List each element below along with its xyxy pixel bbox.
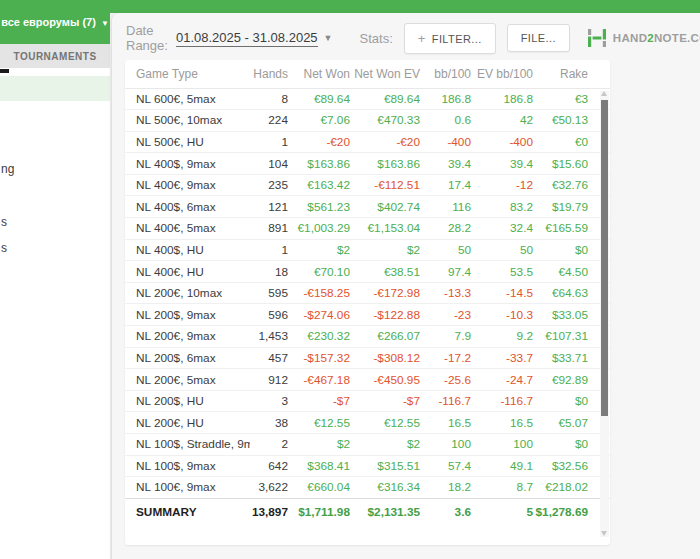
rake-cell: $32.56: [533, 455, 610, 477]
game-type-cell: NL 100€, 9max: [125, 477, 250, 499]
net-won-ev-cell: €12.55: [350, 412, 420, 434]
hands-cell: 1: [250, 239, 288, 261]
game-type-cell: NL 200€, 9max: [125, 326, 250, 348]
game-type-cell: NL 200$, 6max: [125, 347, 250, 369]
rake-cell: $0: [533, 434, 610, 456]
sidebar-partial-item[interactable]: s: [1, 215, 7, 229]
scrollbar-down-icon[interactable]: [601, 531, 607, 536]
scrollbar-thumb[interactable]: [601, 100, 608, 416]
net-won-ev-cell: -€20: [350, 131, 420, 153]
scrollbar-up-icon[interactable]: [601, 91, 607, 96]
table-row[interactable]: NL 400€, HU18€70.10€38.5197.453.5€4.50: [125, 261, 610, 283]
ev-bb-100-cell: 39.4: [471, 153, 533, 175]
table-row[interactable]: NL 600€, 5max8€89.64€89.64186.8186.8€3: [125, 88, 610, 110]
hands-cell: 235: [250, 174, 288, 196]
table-row[interactable]: NL 400€, 5max891€1,003.29€1,153.0428.232…: [125, 218, 610, 240]
column-header-rake[interactable]: Rake: [533, 60, 610, 88]
game-type-cell: NL 200€, 10max: [125, 282, 250, 304]
net-won-cell: $163.86: [288, 153, 350, 175]
bb-100-cell: -17.2: [420, 347, 471, 369]
sidebar-partial-item[interactable]: s: [1, 241, 7, 255]
bb-100-cell: -116.7: [420, 390, 471, 412]
net-won-ev-cell: -€450.95: [350, 369, 420, 391]
tab-tournaments[interactable]: TOURNAMENTS: [0, 44, 110, 68]
room-selector-dropdown[interactable]: все еврорумы (7) ▼: [0, 0, 110, 44]
table-row[interactable]: NL 500€, 10max224€7.06€470.330.642€50.13: [125, 110, 610, 132]
ev-bb-100-cell: -12: [471, 174, 533, 196]
rake-cell: €165.59: [533, 218, 610, 240]
bb-100-cell: 97.4: [420, 261, 471, 283]
sidebar-partial-item[interactable]: ng: [1, 162, 14, 176]
hand2note-logo[interactable]: HAND2NOTE.COM: [588, 29, 700, 47]
net-won-cell: €1,003.29: [288, 218, 350, 240]
ev-bb-100-cell: -400: [471, 131, 533, 153]
bb-100-cell: 28.2: [420, 218, 471, 240]
table-row[interactable]: NL 100€, 9max3,622€660.04€316.3418.28.7€…: [125, 477, 610, 499]
table-row[interactable]: NL 200$, 9max596-$274.06-$122.88-23-10.3…: [125, 304, 610, 326]
table-row[interactable]: NL 200$, HU3-$7-$7-116.7-116.7$0: [125, 390, 610, 412]
net-won-cell: €7.06: [288, 110, 350, 132]
table-row[interactable]: NL 200€, 5max912-€467.18-€450.95-25.6-24…: [125, 369, 610, 391]
column-header-bb-100[interactable]: bb/100: [420, 60, 471, 88]
vertical-scrollbar[interactable]: [600, 91, 609, 537]
game-type-cell: NL 400$, 9max: [125, 153, 250, 175]
table-row[interactable]: NL 200$, 6max457-$157.32-$308.12-17.2-33…: [125, 347, 610, 369]
filter-button[interactable]: +FILTER...: [404, 23, 496, 54]
date-range-caret-icon[interactable]: ▼: [324, 33, 333, 43]
table-row[interactable]: NL 100$, Straddle, 9max2$2$2100100$0: [125, 434, 610, 456]
rake-cell: €5.07: [533, 412, 610, 434]
column-header-hands[interactable]: Hands: [250, 60, 288, 88]
column-header-net-won-ev[interactable]: Net Won EV: [350, 60, 420, 88]
table-row[interactable]: NL 400$, 6max121$561.23$402.7411683.2$19…: [125, 196, 610, 218]
ev-bb-100-cell: 83.2: [471, 196, 533, 218]
game-type-cell: NL 400$, 6max: [125, 196, 250, 218]
table-row[interactable]: NL 400$, HU1$2$25050$0: [125, 239, 610, 261]
hands-cell: 457: [250, 347, 288, 369]
table-row[interactable]: NL 100$, 9max642$368.41$315.5157.449.1$3…: [125, 455, 610, 477]
hands-cell: 1,453: [250, 326, 288, 348]
net-won-cell: -$274.06: [288, 304, 350, 326]
date-range-value[interactable]: 01.08.2025 - 31.08.2025: [176, 30, 318, 47]
table-row[interactable]: NL 200€, 10max595-€158.25-€172.98-13.3-1…: [125, 282, 610, 304]
ev-bb-100-cell: 186.8: [471, 88, 533, 110]
ev-bb-100-cell: 5: [471, 498, 533, 524]
hands-cell: 121: [250, 196, 288, 218]
net-won-cell: €70.10: [288, 261, 350, 283]
bb-100-cell: 7.9: [420, 326, 471, 348]
game-type-cell: NL 200$, 9max: [125, 304, 250, 326]
column-header-game-type[interactable]: Game Type: [125, 60, 250, 88]
table-header-row: Game TypeHandsNet WonNet Won EVbb/100EV …: [125, 60, 610, 88]
sidebar-selected-item[interactable]: [0, 76, 110, 101]
net-won-ev-cell: $315.51: [350, 455, 420, 477]
bb-100-cell: 18.2: [420, 477, 471, 499]
table-row[interactable]: NL 200€, HU38€12.55€12.5516.516.5€5.07: [125, 412, 610, 434]
sidebar-dash: [0, 69, 9, 73]
file-button[interactable]: FILE...: [507, 24, 570, 52]
game-type-cell: NL 100$, 9max: [125, 455, 250, 477]
ev-bb-100-cell: 50: [471, 239, 533, 261]
table-row[interactable]: NL 500€, HU1-€20-€20-400-400€0: [125, 131, 610, 153]
summary-row: SUMMARY13,897$1,711.98$2,131.353.65$1,27…: [125, 498, 610, 524]
net-won-ev-cell: €266.07: [350, 326, 420, 348]
table-row[interactable]: NL 400$, 9max104$163.86$163.8639.439.4$1…: [125, 153, 610, 175]
rake-cell: €64.63: [533, 282, 610, 304]
net-won-ev-cell: €470.33: [350, 110, 420, 132]
column-header-net-won[interactable]: Net Won: [288, 60, 350, 88]
table-row[interactable]: NL 200€, 9max1,453€230.32€266.077.99.2€1…: [125, 326, 610, 348]
plus-icon: +: [418, 31, 426, 46]
hands-cell: 18: [250, 261, 288, 283]
table-row[interactable]: NL 400€, 9max235€163.42-€112.5117.4-12€3…: [125, 174, 610, 196]
bb-100-cell: 16.5: [420, 412, 471, 434]
net-won-ev-cell: $402.74: [350, 196, 420, 218]
game-type-cell: SUMMARY: [125, 498, 250, 524]
hands-cell: 224: [250, 110, 288, 132]
column-header-ev-bb-100[interactable]: EV bb/100: [471, 60, 533, 88]
file-button-label: FILE...: [521, 32, 556, 44]
net-won-ev-cell: €316.34: [350, 477, 420, 499]
bb-100-cell: 100: [420, 434, 471, 456]
rake-cell: €92.89: [533, 369, 610, 391]
bb-100-cell: -400: [420, 131, 471, 153]
game-type-cell: NL 500€, 10max: [125, 110, 250, 132]
hands-cell: 38: [250, 412, 288, 434]
ev-bb-100-cell: -10.3: [471, 304, 533, 326]
